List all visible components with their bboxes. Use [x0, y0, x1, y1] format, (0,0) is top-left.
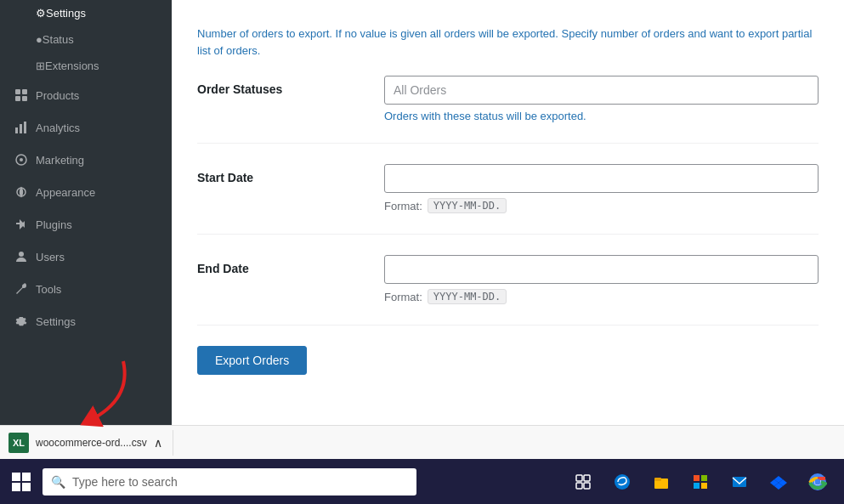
taskbar-search[interactable]: 🔍 Type here to search: [42, 468, 416, 496]
svg-rect-15: [584, 483, 590, 489]
sidebar-item-label: Plugins: [36, 218, 72, 231]
svg-point-10: [19, 252, 24, 257]
svg-rect-1: [22, 89, 27, 94]
svg-rect-2: [15, 96, 20, 101]
svg-rect-12: [576, 475, 582, 481]
order-statuses-row: Order Statuses Orders with these status …: [197, 76, 819, 144]
svg-rect-23: [733, 477, 746, 487]
tools-icon: [14, 281, 29, 297]
start-date-label: Start Date: [197, 164, 384, 184]
sidebar-item-marketing[interactable]: Marketing: [0, 144, 172, 176]
chrome-icon[interactable]: [802, 466, 834, 498]
analytics-icon: [14, 120, 29, 135]
svg-point-8: [20, 158, 23, 161]
svg-rect-18: [654, 478, 661, 481]
sidebar-item-label: Products: [36, 89, 79, 102]
dropbox-icon[interactable]: [762, 466, 795, 498]
start-date-field: Format: YYYY-MM-DD.: [384, 164, 819, 213]
sidebar-item-label: Settings: [46, 7, 86, 20]
appearance-icon: [14, 184, 29, 200]
store-icon[interactable]: [684, 466, 717, 498]
sidebar-item-extensions[interactable]: ⊞ Extensions: [0, 53, 172, 79]
end-date-format: Format: YYYY-MM-DD.: [384, 289, 819, 304]
sidebar-item-label: Marketing: [36, 154, 84, 167]
start-date-format-badge: YYYY-MM-DD.: [428, 198, 507, 213]
mail-icon[interactable]: [723, 466, 756, 498]
products-icon: [14, 88, 29, 103]
sidebar-item-label: Analytics: [36, 122, 80, 134]
svg-point-26: [815, 479, 821, 484]
start-date-row: Start Date Format: YYYY-MM-DD.: [197, 164, 819, 235]
sidebar-item-plugins[interactable]: Plugins: [0, 208, 172, 241]
order-statuses-hint: Orders with these status will be exporte…: [384, 110, 819, 122]
windows-logo-icon: [12, 473, 31, 491]
end-date-label: End Date: [197, 255, 384, 275]
svg-rect-0: [15, 89, 20, 94]
settings-bottom-icon: [14, 314, 29, 329]
end-date-row: End Date Format: YYYY-MM-DD.: [197, 255, 819, 326]
plugins-icon: [14, 217, 29, 232]
status-icon: ●: [36, 33, 42, 46]
svg-rect-21: [694, 483, 700, 489]
svg-rect-6: [24, 122, 26, 133]
sidebar-item-appearance[interactable]: Appearance: [0, 176, 172, 208]
start-button[interactable]: [0, 459, 42, 504]
sidebar-item-label: Tools: [36, 283, 61, 296]
download-chevron-icon[interactable]: ∧: [154, 436, 162, 450]
end-date-input[interactable]: [384, 255, 819, 284]
sidebar: ⚙ Settings ● Status ⊞ Extensions Product…: [0, 0, 172, 425]
start-date-input[interactable]: [384, 164, 819, 193]
settings-icon: ⚙: [36, 7, 46, 20]
svg-rect-20: [701, 475, 707, 481]
export-orders-button[interactable]: Export Orders: [197, 346, 307, 375]
sidebar-item-label: Appearance: [36, 186, 95, 199]
svg-rect-5: [20, 124, 22, 133]
notice-text: Number of orders to export. If no value …: [197, 25, 819, 59]
svg-rect-3: [22, 96, 27, 101]
sidebar-item-label: Status: [42, 33, 74, 46]
sidebar-item-settings-top[interactable]: ⚙ Settings: [0, 0, 172, 26]
svg-rect-4: [15, 127, 18, 133]
order-statuses-label: Order Statuses: [197, 76, 384, 96]
order-statuses-input[interactable]: [384, 76, 819, 105]
sidebar-item-users[interactable]: Users: [0, 241, 172, 273]
svg-rect-22: [701, 483, 707, 489]
extensions-icon: ⊞: [36, 59, 45, 72]
svg-point-16: [615, 474, 630, 490]
download-divider: [173, 430, 173, 456]
taskbar-icons: [567, 466, 844, 498]
download-bar: XL woocommerce-ord....csv ∧: [0, 425, 844, 459]
start-date-format: Format: YYYY-MM-DD.: [384, 198, 819, 213]
end-date-format-badge: YYYY-MM-DD.: [428, 289, 507, 304]
sidebar-item-products[interactable]: Products: [0, 79, 172, 111]
search-icon: 🔍: [51, 475, 65, 489]
search-placeholder: Type here to search: [72, 475, 178, 489]
export-button-row: Export Orders: [197, 346, 819, 375]
svg-rect-14: [576, 483, 582, 489]
end-date-format-label: Format:: [384, 291, 422, 303]
edge-icon[interactable]: [606, 466, 638, 498]
download-filename: woocommerce-ord....csv: [36, 437, 147, 449]
start-date-format-label: Format:: [384, 200, 422, 212]
taskview-icon[interactable]: [567, 466, 599, 498]
sidebar-item-status[interactable]: ● Status: [0, 26, 172, 53]
sidebar-item-label: Extensions: [45, 59, 99, 72]
file-explorer-icon[interactable]: [645, 466, 677, 498]
main-content: Number of orders to export. If no value …: [172, 0, 844, 425]
sidebar-item-label: Users: [36, 251, 65, 263]
sidebar-item-tools[interactable]: Tools: [0, 273, 172, 305]
sidebar-item-label: Settings: [36, 315, 76, 328]
svg-rect-19: [694, 475, 700, 481]
end-date-field: Format: YYYY-MM-DD.: [384, 255, 819, 304]
download-file-icon: XL: [8, 433, 29, 453]
sidebar-item-analytics[interactable]: Analytics: [0, 111, 172, 144]
svg-rect-13: [584, 475, 590, 481]
users-icon: [14, 249, 29, 264]
marketing-icon: [14, 152, 29, 167]
order-statuses-field: Orders with these status will be exporte…: [384, 76, 819, 122]
taskbar: 🔍 Type here to search: [0, 459, 844, 504]
sidebar-item-settings[interactable]: Settings: [0, 305, 172, 337]
